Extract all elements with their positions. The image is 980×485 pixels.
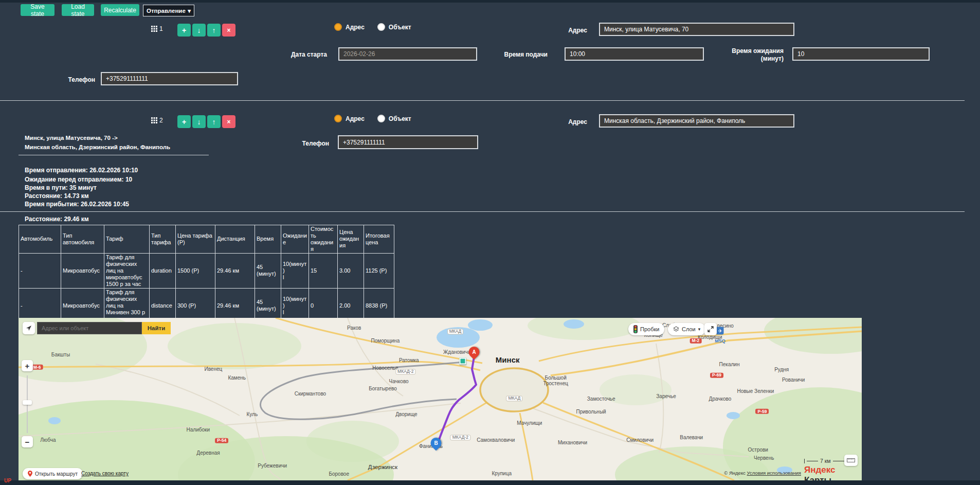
bottom-strip	[0, 480, 980, 485]
map-label: Камень	[228, 374, 246, 380]
up-logo: UP	[4, 478, 11, 483]
pin-icon	[28, 471, 32, 477]
table-cell: 3.00	[338, 253, 364, 288]
grid-icon	[151, 26, 157, 32]
address2-label: Адрес	[536, 118, 587, 125]
map-label: Р-69	[710, 373, 723, 378]
move-down-button[interactable]: ↓	[192, 115, 206, 128]
address1-input[interactable]	[599, 23, 794, 36]
traffic-light-icon	[633, 325, 638, 333]
load-state-button[interactable]: Load state	[62, 4, 94, 16]
point2-type-radios: Адрес Объект	[334, 115, 411, 122]
map-label: Налибоки	[187, 427, 210, 433]
map-label: Замосточье	[587, 396, 615, 402]
tariff-column-header: Тариф	[104, 225, 150, 254]
layers-button[interactable]: Слои ▾	[668, 323, 705, 335]
phone2-input[interactable]	[338, 135, 478, 149]
departure-time-text: Время отправления: 26.02.2026 10:10	[25, 167, 138, 174]
point1-number: 1	[159, 25, 163, 32]
route-start-marker[interactable]	[460, 358, 466, 365]
tariff-column-header: Автомобиль	[19, 225, 61, 254]
radio-address-label: Адрес	[346, 115, 365, 122]
route-from-text: Минск, улица Матусевича, 70 ->	[25, 135, 118, 141]
add-point-button[interactable]: +	[177, 24, 191, 37]
table-cell: 1500 (Р)	[176, 253, 215, 288]
traffic-button[interactable]: Пробки	[628, 323, 664, 335]
zoom-out-button[interactable]: −	[22, 436, 33, 447]
start-date-input[interactable]	[338, 47, 477, 61]
open-route-button[interactable]: Открыть маршрут	[23, 468, 83, 479]
delete-point-button[interactable]: ×	[222, 115, 235, 128]
table-cell: 29.46 км	[215, 253, 255, 288]
map-label: Новоселье	[372, 365, 398, 371]
map-label: Богатырево	[369, 386, 397, 391]
address2-input[interactable]	[599, 114, 794, 128]
geolocation-button[interactable]	[23, 322, 35, 334]
point2-index: 2	[151, 117, 163, 124]
radio-object[interactable]	[377, 115, 385, 122]
map-labels: БакштыРаковПоморщинаЖдановичиКопищеКолод…	[19, 318, 862, 480]
map-label: Ратомка	[399, 357, 419, 363]
wait-time-label: Время ожидания	[722, 47, 784, 55]
map-label: Боровое	[329, 471, 349, 477]
map-label: МКАД	[506, 396, 522, 401]
map-label: Чачково	[389, 378, 409, 384]
arrival-time-text: Время прибытия: 26.02.2026 10:45	[25, 201, 129, 208]
yandex-maps-logo[interactable]: Яндекс Карты	[804, 465, 862, 480]
ruler-button[interactable]	[844, 455, 858, 466]
tariff-column-header: Цена ожидания	[338, 225, 364, 254]
map-find-button[interactable]: Найти	[142, 322, 171, 334]
zoom-slider-handle[interactable]	[23, 400, 32, 405]
move-down-button[interactable]: ↓	[192, 24, 206, 37]
fullscreen-button[interactable]	[704, 323, 717, 335]
layers-icon	[673, 326, 679, 332]
map-label: Крупица	[492, 470, 512, 476]
map-label: Острови	[748, 446, 768, 452]
table-cell: 15	[309, 253, 338, 288]
point2-actions: + ↓ ↑ ×	[177, 115, 235, 128]
yandex-map[interactable]: БакштыРаковПоморщинаЖдановичиКопищеКолод…	[19, 318, 862, 480]
add-point-button[interactable]: +	[177, 115, 191, 128]
radio-address-selected[interactable]	[334, 23, 342, 31]
map-label: Червень	[754, 455, 774, 461]
wait-time-label2: (минут)	[722, 55, 784, 62]
move-up-button[interactable]: ↑	[207, 24, 221, 37]
point1-actions: + ↓ ↑ ×	[177, 24, 235, 37]
move-up-button[interactable]: ↑	[207, 115, 221, 128]
table-cell: Микроавтобус	[61, 253, 104, 288]
save-state-button[interactable]: Save state	[21, 4, 55, 16]
chevron-down-icon: ▾	[188, 7, 191, 14]
map-label: Драчково	[709, 396, 732, 402]
terms-link[interactable]: Условия использования	[747, 470, 801, 476]
wait-time-input[interactable]	[792, 47, 930, 61]
radio-address-selected[interactable]	[334, 115, 342, 122]
phone1-input[interactable]	[101, 72, 238, 85]
map-label: МКАД	[447, 329, 464, 334]
map-label: Раков	[347, 325, 361, 330]
radio-object[interactable]	[377, 23, 385, 31]
map-label: Ждановичи	[443, 349, 470, 355]
radio-object-label: Объект	[389, 115, 411, 122]
map-label: М-2	[690, 338, 702, 344]
travel-time-text: Время в пути: 35 минут	[25, 184, 97, 191]
map-label: Поморщина	[371, 337, 400, 343]
scale-label: 7 км	[820, 458, 831, 464]
map-copyright: © Яндекс Условия использования	[707, 470, 801, 476]
tariff-column-header: Тип тарифа	[150, 225, 176, 254]
wait-before-text: Ожидание перед отправлением: 10	[25, 176, 132, 183]
mode-select[interactable]: Отправление ▾	[143, 5, 194, 16]
tariff-column-header: Цена тарифа (Р)	[176, 225, 215, 254]
tariff-table: АвтомобильТип автомобиляТарифТип тарифаЦ…	[19, 225, 394, 324]
create-map-link[interactable]: Создать свою карту	[81, 471, 129, 476]
pickup-time-input[interactable]	[565, 47, 704, 61]
map-label: Самохваловичи	[477, 437, 515, 443]
map-search-input[interactable]	[37, 322, 142, 334]
map-label: Пекалин	[719, 362, 740, 367]
map-label: Рубежевичи	[258, 462, 287, 468]
delete-point-button[interactable]: ×	[222, 24, 235, 37]
tariff-column-header: Время	[255, 225, 281, 254]
recalculate-button[interactable]: Recalculate	[101, 4, 139, 16]
zoom-in-button[interactable]: +	[22, 360, 33, 371]
map-label: Смиловичи	[626, 437, 654, 443]
address1-label: Адрес	[536, 27, 587, 34]
